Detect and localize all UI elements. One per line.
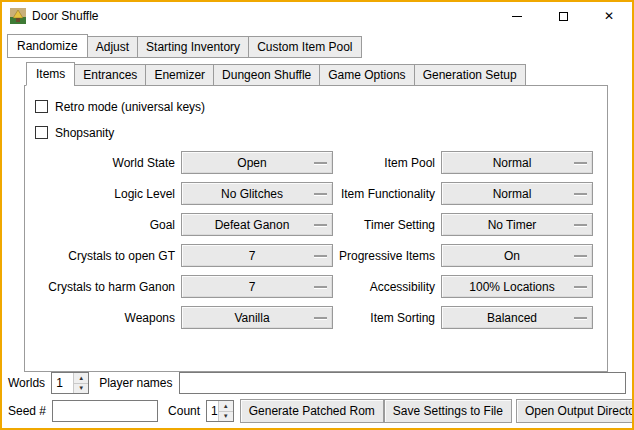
seed-label: Seed # <box>8 404 46 418</box>
dropdown-indicator-icon <box>574 193 587 195</box>
title-bar: Door Shuffle ✕ <box>2 2 632 30</box>
goal-label: Goal <box>35 218 175 232</box>
weapons-dropdown[interactable]: Vanilla <box>181 306 333 329</box>
close-button[interactable]: ✕ <box>586 2 632 30</box>
player-names-input[interactable] <box>179 372 627 394</box>
spin-down-icon[interactable]: ▼ <box>74 384 88 394</box>
tab-randomize[interactable]: Randomize <box>7 34 88 58</box>
crystals-harm-ganon-label: Crystals to harm Ganon <box>35 280 175 294</box>
worlds-spinbox[interactable]: 1 ▲ ▼ <box>51 372 89 394</box>
count-label: Count <box>168 404 200 418</box>
worlds-row: Worlds 1 ▲ ▼ Player names <box>8 372 626 394</box>
spin-up-icon[interactable]: ▲ <box>219 401 233 412</box>
count-spinbox[interactable]: 1 ▲ ▼ <box>206 400 234 422</box>
caption-buttons: ✕ <box>494 2 632 30</box>
dropdown-indicator-icon <box>574 162 587 164</box>
checkbox-box-icon <box>35 126 48 139</box>
maximize-icon <box>559 12 568 21</box>
accessibility-label: Accessibility <box>333 280 435 294</box>
goal-dropdown[interactable]: Defeat Ganon <box>181 213 333 236</box>
checkbox-shopsanity[interactable]: Shopsanity <box>35 122 607 143</box>
progressive-items-dropdown[interactable]: On <box>441 244 593 267</box>
dropdown-indicator-icon <box>314 193 327 195</box>
minimize-icon <box>512 16 522 17</box>
inner-notebook: Items Entrances Enemizer Dungeon Shuffle… <box>24 62 608 372</box>
options-column-right: Item Pool Normal Item Functionality Norm… <box>333 151 593 337</box>
worlds-label: Worlds <box>8 376 45 390</box>
accessibility-dropdown[interactable]: 100% Locations <box>441 275 593 298</box>
crystals-harm-ganon-dropdown[interactable]: 7 <box>181 275 333 298</box>
progressive-items-label: Progressive Items <box>333 249 435 263</box>
timer-setting-dropdown[interactable]: No Timer <box>441 213 593 236</box>
inner-tab-bar: Items Entrances Enemizer Dungeon Shuffle… <box>24 62 608 85</box>
tab-enemizer[interactable]: Enemizer <box>145 64 214 86</box>
outer-tab-bar: Randomize Adjust Starting Inventory Cust… <box>7 34 632 58</box>
crystals-open-gt-label: Crystals to open GT <box>35 249 175 263</box>
bottom-bar: Worlds 1 ▲ ▼ Player names Seed # Count 1 <box>2 372 632 430</box>
dropdown-indicator-icon <box>574 224 587 226</box>
checkbox-retro-mode[interactable]: Retro mode (universal keys) <box>35 96 607 117</box>
spin-down-icon[interactable]: ▼ <box>219 412 233 422</box>
world-state-label: World State <box>35 156 175 170</box>
item-functionality-dropdown[interactable]: Normal <box>441 182 593 205</box>
player-names-label: Player names <box>99 376 172 390</box>
items-tab-pane: Retro mode (universal keys) Shopsanity W… <box>24 85 608 372</box>
dropdown-indicator-icon <box>574 286 587 288</box>
weapons-label: Weapons <box>35 311 175 325</box>
world-state-dropdown[interactable]: Open <box>181 151 333 174</box>
minimize-button[interactable] <box>494 2 540 30</box>
dropdown-indicator-icon <box>574 317 587 319</box>
logic-level-label: Logic Level <box>35 187 175 201</box>
maximize-button[interactable] <box>540 2 586 30</box>
spin-up-icon[interactable]: ▲ <box>74 373 88 384</box>
app-icon <box>10 8 26 24</box>
dropdown-indicator-icon <box>314 162 327 164</box>
tab-adjust[interactable]: Adjust <box>87 36 138 58</box>
tab-game-options[interactable]: Game Options <box>319 64 414 86</box>
logic-level-dropdown[interactable]: No Glitches <box>181 182 333 205</box>
close-icon: ✕ <box>604 10 614 22</box>
tab-entrances[interactable]: Entrances <box>74 64 146 86</box>
open-output-directory-button[interactable]: Open Output Directory <box>516 399 634 423</box>
tab-items[interactable]: Items <box>26 62 75 86</box>
dropdown-indicator-icon <box>314 255 327 257</box>
seed-row: Seed # Count 1 ▲ ▼ Generate Patched Rom … <box>8 399 626 423</box>
checkbox-shopsanity-label: Shopsanity <box>55 126 114 140</box>
tab-custom-item-pool[interactable]: Custom Item Pool <box>248 36 361 58</box>
options-grid: World State Open Logic Level No Glitches <box>35 151 607 337</box>
checkbox-retro-mode-label: Retro mode (universal keys) <box>55 100 205 114</box>
dropdown-indicator-icon <box>314 317 327 319</box>
item-sorting-dropdown[interactable]: Balanced <box>441 306 593 329</box>
window: Door Shuffle ✕ Randomize Adjust Starting… <box>0 0 634 430</box>
dropdown-indicator-icon <box>314 224 327 226</box>
item-pool-label: Item Pool <box>333 156 435 170</box>
crystals-open-gt-dropdown[interactable]: 7 <box>181 244 333 267</box>
item-pool-dropdown[interactable]: Normal <box>441 151 593 174</box>
seed-input[interactable] <box>52 400 158 422</box>
checkbox-box-icon <box>35 100 48 113</box>
options-column-left: World State Open Logic Level No Glitches <box>35 151 333 337</box>
save-settings-button[interactable]: Save Settings to File <box>384 399 512 423</box>
timer-setting-label: Timer Setting <box>333 218 435 232</box>
item-sorting-label: Item Sorting <box>333 311 435 325</box>
dropdown-indicator-icon <box>574 255 587 257</box>
generate-patched-rom-button[interactable]: Generate Patched Rom <box>240 399 384 423</box>
tab-generation-setup[interactable]: Generation Setup <box>414 64 526 86</box>
tab-starting-inventory[interactable]: Starting Inventory <box>137 36 249 58</box>
dropdown-indicator-icon <box>314 286 327 288</box>
window-content: Randomize Adjust Starting Inventory Cust… <box>2 30 632 430</box>
item-functionality-label: Item Functionality <box>333 187 435 201</box>
tab-dungeon-shuffle[interactable]: Dungeon Shuffle <box>213 64 320 86</box>
window-title: Door Shuffle <box>32 9 99 23</box>
